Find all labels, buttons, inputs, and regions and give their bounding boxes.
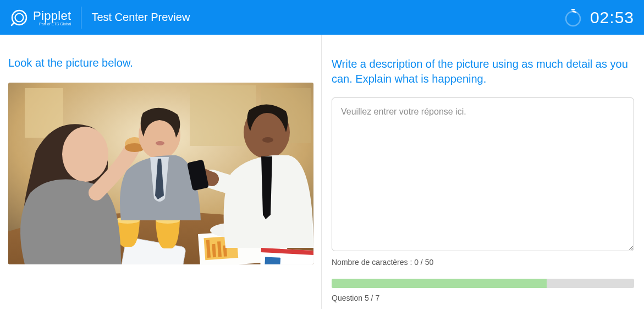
progress-section: Question 5 / 7 xyxy=(332,279,634,302)
page-title: Test Center Preview xyxy=(91,11,190,24)
svg-point-24 xyxy=(62,127,108,182)
svg-point-1 xyxy=(15,13,24,21)
svg-rect-18 xyxy=(265,257,280,264)
prompt-text: Write a description of the picture using… xyxy=(332,57,634,86)
question-current: 5 xyxy=(365,294,369,302)
question-counter: Question 5 / 7 xyxy=(332,294,634,302)
main-content: Look at the picture below. xyxy=(0,35,644,309)
progress-bar xyxy=(332,279,634,288)
question-total: 7 xyxy=(375,294,379,302)
timer-icon xyxy=(564,8,582,27)
char-count-max: 50 xyxy=(425,258,434,267)
svg-point-31 xyxy=(262,137,273,143)
progress-fill xyxy=(332,279,547,288)
app-header: Pipplet Part of ETS Global Test Center P… xyxy=(0,0,644,35)
char-count-label: Nombre de caractères : xyxy=(332,258,414,267)
right-panel: Write a description of the picture using… xyxy=(322,35,644,309)
question-label-prefix: Question xyxy=(332,294,365,302)
brand-text-group: Pipplet Part of ETS Global xyxy=(33,9,71,26)
speech-circle-icon xyxy=(10,8,29,27)
stimulus-image xyxy=(8,83,313,264)
answer-textarea[interactable] xyxy=(332,97,634,251)
brand-subtitle: Part of ETS Global xyxy=(33,22,71,26)
svg-point-2 xyxy=(566,12,580,26)
svg-point-0 xyxy=(12,10,26,25)
left-panel: Look at the picture below. xyxy=(0,35,322,309)
svg-point-28 xyxy=(156,141,164,145)
timer-value: 02:53 xyxy=(590,8,634,27)
timer: 02:53 xyxy=(564,8,634,27)
char-count: Nombre de caractères : 0 / 50 xyxy=(332,258,634,267)
brand-name: Pipplet xyxy=(33,9,71,23)
svg-rect-3 xyxy=(571,9,575,10)
char-count-current: 0 xyxy=(414,258,419,267)
left-panel-title: Look at the picture below. xyxy=(8,57,313,69)
brand-logo: Pipplet Part of ETS Global xyxy=(10,7,81,29)
